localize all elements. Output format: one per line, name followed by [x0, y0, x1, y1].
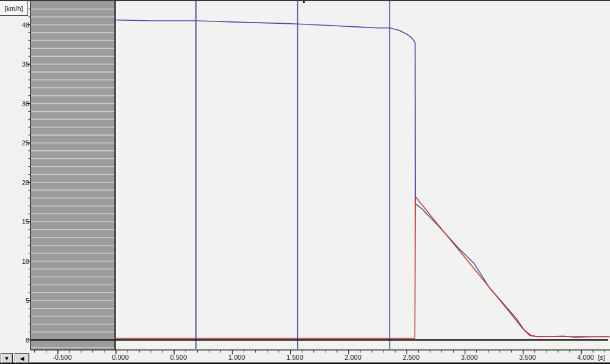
x-tick-label: 4.000 [577, 354, 594, 361]
x-tick-label: 1.000 [228, 354, 245, 361]
scroll-down-button[interactable]: ▼ [1, 353, 13, 363]
y-tick-label: 40 [22, 21, 29, 29]
pretrigger-band [31, 1, 115, 350]
y-tick-label: 25 [22, 139, 29, 147]
speed-time-chart: 0510152025303540-0.5000.0000.5001.0001.5… [0, 0, 610, 364]
x-tick-label: 0.500 [170, 354, 187, 361]
y-tick-label: 5 [26, 297, 29, 304]
scroll-left-button[interactable]: ◀ [15, 353, 29, 363]
measurement-chart-window: 0510152025303540-0.5000.0000.5001.0001.5… [0, 0, 610, 364]
x-tick-label: 0.000 [112, 354, 129, 361]
y-tick-label: 35 [22, 60, 29, 68]
y-axis-unit-label: [km/h] [5, 5, 23, 12]
y-tick-label: 20 [22, 179, 29, 186]
x-tick-label: 3.500 [519, 354, 536, 361]
x-tick-label: -0.500 [53, 354, 71, 361]
arrow-down-icon: ▼ [4, 355, 10, 362]
y-tick-label: 30 [22, 100, 29, 107]
y-axis-unit-box: [km/h] [0, 0, 28, 16]
x-tick-label: 3.000 [461, 354, 478, 361]
x-axis-unit-label: [s] [598, 354, 605, 361]
arrow-left-icon: ◀ [20, 355, 24, 362]
y-tick-label: 10 [22, 258, 29, 265]
plot-area [31, 1, 610, 350]
top-center-tick [303, 1, 305, 3]
top-border [0, 0, 610, 1]
x-tick-label: 1.500 [286, 354, 303, 361]
y-tick-label: 15 [22, 218, 29, 225]
x-tick-label: 2.500 [402, 354, 419, 361]
x-tick-label: 2.000 [344, 354, 361, 361]
y-tick-label: 0 [26, 337, 29, 344]
